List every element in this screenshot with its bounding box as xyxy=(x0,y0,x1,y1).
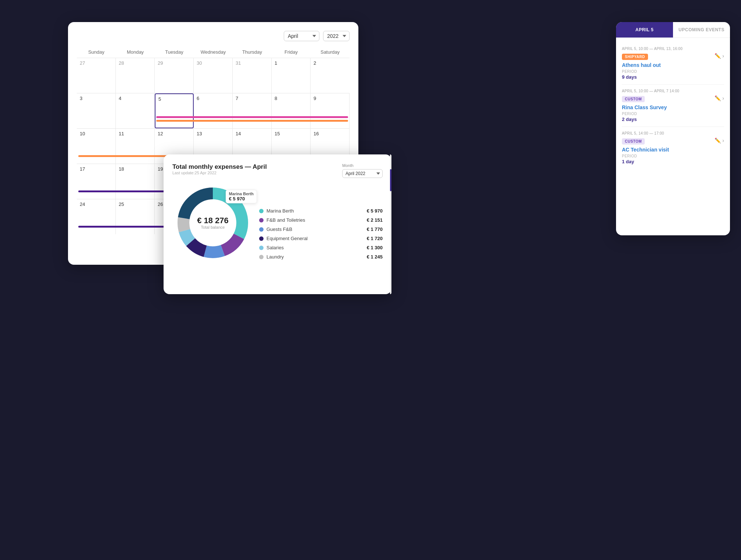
legend-item: Marina Berth € 5 970 xyxy=(259,208,383,214)
legend-left: F&B and Toiletries xyxy=(259,217,305,223)
cal-cell[interactable]: 29 xyxy=(155,58,194,93)
event-bar-orange xyxy=(156,120,348,122)
cal-cell[interactable]: 30 xyxy=(194,58,233,93)
legend-item: Equipment General € 1 720 xyxy=(259,236,383,241)
day-tuesday: Tuesday xyxy=(155,48,194,56)
donut-label: Total balance xyxy=(197,225,229,229)
legend-dot xyxy=(259,209,264,213)
cal-cell[interactable]: 27 xyxy=(77,58,116,93)
month-selector: Month April 2022 March 2022 May 2022 xyxy=(342,163,383,178)
expenses-title: Total monthly expenses — April xyxy=(172,163,267,171)
legend-value: € 1 245 xyxy=(367,254,383,260)
legend-dot xyxy=(259,218,264,222)
cal-cell[interactable]: 8 xyxy=(272,93,311,128)
expenses-subtitle: Last update:25 Apr 2022 xyxy=(172,171,267,175)
legend-name: Salaries xyxy=(266,245,284,250)
legend-item: F&B and Toiletries € 2 151 xyxy=(259,217,383,223)
legend-name: Laundry xyxy=(266,254,284,260)
legend-value: € 1 770 xyxy=(367,227,383,232)
events-panel: APRIL 5 UPCOMING EVENTS APRIL 5, 10:00 —… xyxy=(616,22,730,235)
event-item-ac: APRIL 5, 14:00 — 17:00 CUSTOM AC Technic… xyxy=(622,127,724,169)
cal-cell[interactable]: 25 xyxy=(116,199,155,234)
scrollbar-thumb[interactable] xyxy=(390,169,391,191)
calendar-header: April January February March May June 20… xyxy=(77,31,350,41)
cal-cell[interactable]: 3 xyxy=(77,93,116,128)
event-period-label: PERIOD xyxy=(622,112,724,116)
event-tag-custom-ac: CUSTOM xyxy=(622,138,645,145)
day-thursday: Thursday xyxy=(233,48,272,56)
donut-amount: € 18 276 xyxy=(197,216,229,225)
month-selector-label: Month xyxy=(342,163,383,168)
event-period-label: PERIOD xyxy=(622,154,724,158)
tab-upcoming[interactable]: UPCOMING EVENTS xyxy=(673,22,730,38)
event-item-header: CUSTOM AC Technician visit ✏️ › xyxy=(622,138,724,154)
day-wednesday: Wednesday xyxy=(194,48,233,56)
month-select-expenses[interactable]: April 2022 March 2022 May 2022 xyxy=(342,169,383,178)
legend-dot xyxy=(259,227,264,232)
edit-icon[interactable]: ✏️ xyxy=(715,95,721,101)
cal-cell[interactable]: 6 xyxy=(194,93,233,128)
legend-left: Equipment General xyxy=(259,236,308,241)
event-name-shipyard: Athens haul out xyxy=(622,62,661,68)
legend-name: F&B and Toiletries xyxy=(266,217,305,223)
tooltip-name: Marina Berth xyxy=(229,192,254,196)
event-actions: ✏️ › xyxy=(715,53,724,59)
events-list: APRIL 5, 10:00 — APRIL 13, 16:00 SHIPYAR… xyxy=(616,38,730,233)
year-select[interactable]: 2022 2021 2023 xyxy=(323,31,350,41)
expenses-header: Total monthly expenses — April Last upda… xyxy=(172,163,383,181)
event-period-label: PERIOD xyxy=(622,69,724,74)
cal-cell[interactable]: 2 xyxy=(311,58,350,93)
event-actions: ✏️ › xyxy=(715,138,724,143)
legend-dot xyxy=(259,246,264,250)
scrollbar-track xyxy=(390,154,391,294)
week-1: 27 28 29 30 31 1 2 xyxy=(77,58,350,93)
legend-value: € 1 720 xyxy=(367,236,383,241)
cal-cell-selected[interactable]: 5 xyxy=(155,93,194,128)
legend-left: Salaries xyxy=(259,245,284,250)
event-period-value: 2 days xyxy=(622,117,724,122)
legend-dot xyxy=(259,255,264,259)
edit-icon[interactable]: ✏️ xyxy=(715,53,721,59)
donut-chart: € 18 276 Total balance Marina Berth € 5 … xyxy=(172,182,253,263)
legend-value: € 1 300 xyxy=(367,245,383,250)
chevron-right-icon[interactable]: › xyxy=(722,138,724,143)
cal-cell[interactable]: 10 xyxy=(77,129,116,164)
cal-cell[interactable]: 9 xyxy=(311,93,350,128)
cal-cell[interactable]: 7 xyxy=(233,93,272,128)
day-sunday: Sunday xyxy=(77,48,116,56)
legend-name: Equipment General xyxy=(266,236,308,241)
legend-item: Laundry € 1 245 xyxy=(259,254,383,260)
chevron-right-icon[interactable]: › xyxy=(722,53,724,59)
legend-name: Guests F&B xyxy=(266,227,292,232)
chevron-right-icon[interactable]: › xyxy=(722,95,724,101)
tab-april5[interactable]: APRIL 5 xyxy=(616,22,673,38)
event-item-shipyard: APRIL 5, 10:00 — APRIL 13, 16:00 SHIPYAR… xyxy=(622,42,724,85)
event-actions: ✏️ › xyxy=(715,95,724,101)
expenses-legend: Marina Berth € 5 970 F&B and Toiletries … xyxy=(259,182,383,285)
cal-cell[interactable]: 17 xyxy=(77,164,116,199)
cal-cell[interactable]: 31 xyxy=(233,58,272,93)
donut-tooltip: Marina Berth € 5 970 xyxy=(226,190,257,203)
legend-dot xyxy=(259,236,264,241)
event-item-header: SHIPYARD Athens haul out ✏️ › xyxy=(622,53,724,69)
expenses-panel: Total monthly expenses — April Last upda… xyxy=(164,154,391,294)
cal-cell[interactable]: 24 xyxy=(77,199,116,234)
event-period-value: 1 day xyxy=(622,159,724,164)
day-monday: Monday xyxy=(116,48,155,56)
donut-center: € 18 276 Total balance xyxy=(197,216,229,229)
event-date-range: APRIL 5, 10:00 — APRIL 13, 16:00 xyxy=(622,47,724,51)
month-select[interactable]: April January February March May June xyxy=(284,31,319,41)
days-header: Sunday Monday Tuesday Wednesday Thursday… xyxy=(77,48,350,56)
legend-item: Salaries € 1 300 xyxy=(259,245,383,250)
cal-cell[interactable]: 18 xyxy=(116,164,155,199)
cal-cell[interactable]: 11 xyxy=(116,129,155,164)
event-name-rina: Rina Class Survey xyxy=(622,104,667,110)
event-date-range: APRIL 5, 14:00 — 17:00 xyxy=(622,131,724,135)
cal-cell[interactable]: 28 xyxy=(116,58,155,93)
cal-cell[interactable]: 1 xyxy=(272,58,311,93)
legend-item: Guests F&B € 1 770 xyxy=(259,227,383,232)
cal-cell[interactable]: 4 xyxy=(116,93,155,128)
edit-icon[interactable]: ✏️ xyxy=(715,138,721,143)
day-friday: Friday xyxy=(272,48,311,56)
legend-value: € 5 970 xyxy=(367,208,383,214)
